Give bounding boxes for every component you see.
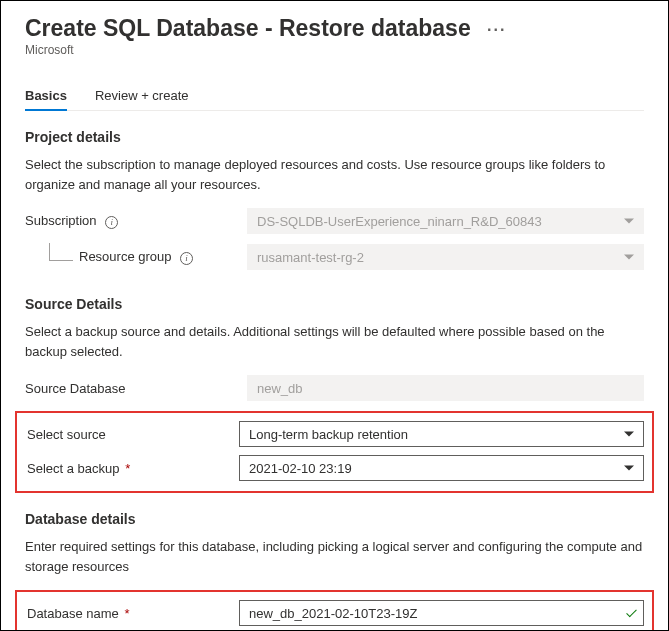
section-database-details: Database details Enter required settings… bbox=[25, 511, 644, 631]
source-details-heading: Source Details bbox=[25, 296, 644, 312]
chevron-down-icon bbox=[624, 255, 634, 260]
tab-review-create[interactable]: Review + create bbox=[95, 81, 189, 110]
page-subtitle: Microsoft bbox=[25, 43, 644, 57]
chevron-down-icon bbox=[624, 219, 634, 224]
tab-basics[interactable]: Basics bbox=[25, 81, 67, 110]
select-source-dropdown[interactable]: Long-term backup retention bbox=[239, 421, 644, 447]
required-asterisk: * bbox=[124, 606, 129, 621]
project-details-desc: Select the subscription to manage deploy… bbox=[25, 155, 644, 194]
database-name-input[interactable]: new_db_2021-02-10T23-19Z bbox=[239, 600, 644, 626]
required-asterisk: * bbox=[125, 461, 130, 476]
source-details-desc: Select a backup source and details. Addi… bbox=[25, 322, 644, 361]
database-name-label: Database name * bbox=[25, 606, 239, 621]
source-database-field: new_db bbox=[247, 375, 644, 401]
select-backup-label: Select a backup * bbox=[25, 461, 239, 476]
info-icon[interactable]: i bbox=[180, 252, 193, 265]
resource-group-select[interactable]: rusamant-test-rg-2 bbox=[247, 244, 644, 270]
resource-group-label: Resource group i bbox=[25, 249, 247, 264]
tabs: Basics Review + create bbox=[25, 81, 644, 111]
section-project-details: Project details Select the subscription … bbox=[25, 129, 644, 270]
database-details-desc: Enter required settings for this databas… bbox=[25, 537, 644, 576]
check-icon bbox=[626, 607, 637, 618]
project-details-heading: Project details bbox=[25, 129, 644, 145]
more-icon[interactable]: ··· bbox=[487, 21, 506, 39]
highlight-database-name: Database name * new_db_2021-02-10T23-19Z bbox=[15, 590, 654, 631]
info-icon[interactable]: i bbox=[105, 216, 118, 229]
database-details-heading: Database details bbox=[25, 511, 644, 527]
tree-connector-icon bbox=[49, 243, 73, 261]
select-source-label: Select source bbox=[25, 427, 239, 442]
chevron-down-icon bbox=[624, 432, 634, 437]
page-header: Create SQL Database - Restore database ·… bbox=[25, 15, 644, 57]
chevron-down-icon bbox=[624, 466, 634, 471]
subscription-label: Subscription i bbox=[25, 213, 247, 228]
select-backup-dropdown[interactable]: 2021-02-10 23:19 bbox=[239, 455, 644, 481]
section-source-details: Source Details Select a backup source an… bbox=[25, 296, 644, 493]
source-database-label: Source Database bbox=[25, 381, 247, 396]
page-title: Create SQL Database - Restore database bbox=[25, 15, 471, 41]
subscription-select[interactable]: DS-SQLDB-UserExperience_ninarn_R&D_60843 bbox=[247, 208, 644, 234]
highlight-source: Select source Long-term backup retention… bbox=[15, 411, 654, 493]
